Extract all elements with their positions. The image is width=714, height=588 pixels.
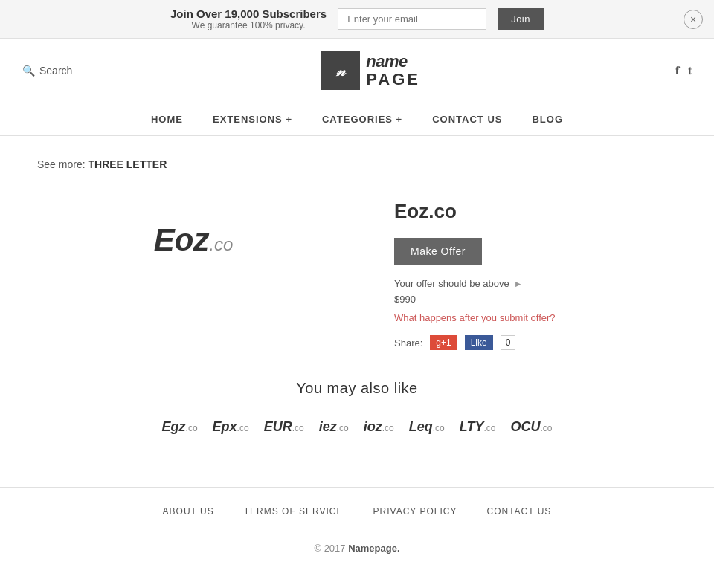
nav-home[interactable]: HOME bbox=[151, 114, 183, 125]
footer-copyright: © 2017 Namepage. bbox=[0, 535, 714, 576]
logo-text: name PAGE bbox=[360, 50, 426, 91]
similar-leq[interactable]: Leq.co bbox=[409, 419, 445, 435]
arrow-icon: ► bbox=[514, 279, 523, 289]
domain-logo-text: Eoz.co bbox=[154, 222, 234, 258]
similar-lty[interactable]: LTY.co bbox=[460, 419, 496, 435]
logo[interactable]: 𝓃 name PAGE bbox=[321, 50, 426, 91]
logo-icon-box: 𝓃 bbox=[321, 51, 360, 90]
header: 🔍 Search 𝓃 name PAGE 𝐟 𝐭 bbox=[0, 39, 714, 103]
gplus-button[interactable]: g+1 bbox=[430, 335, 457, 350]
copyright-year: © 2017 bbox=[314, 543, 345, 554]
search-icon: 🔍 bbox=[22, 65, 35, 77]
nav-blog[interactable]: BLOG bbox=[532, 114, 563, 125]
logo-icon: 𝓃 bbox=[336, 62, 345, 80]
logo-page: PAGE bbox=[366, 71, 420, 88]
share-label: Share: bbox=[394, 337, 422, 349]
search-area[interactable]: 🔍 Search bbox=[22, 65, 72, 77]
social-links: 𝐟 𝐭 bbox=[675, 64, 692, 77]
footer-links: ABOUT US TERMS OF SERVICE PRIVACY POLICY… bbox=[0, 487, 714, 535]
similar-ocu[interactable]: OCU.co bbox=[510, 419, 552, 435]
footer-contact[interactable]: CONTACT US bbox=[486, 506, 551, 517]
top-bar-subtitle: We guarantee 100% privacy. bbox=[170, 20, 327, 30]
top-bar-title: Join Over 19,000 Subscribers bbox=[170, 7, 327, 20]
top-bar: Join Over 19,000 Subscribers We guarante… bbox=[0, 0, 714, 39]
footer-privacy[interactable]: PRIVACY POLICY bbox=[373, 506, 457, 517]
join-button[interactable]: Join bbox=[498, 8, 544, 30]
nav-contact[interactable]: CONTACT US bbox=[432, 114, 502, 125]
similar-ioz[interactable]: ioz.co bbox=[364, 419, 394, 435]
footer-terms[interactable]: TERMS OF SERVICE bbox=[244, 506, 344, 517]
main-content: See more: THREE LETTER Eoz.co Eoz.co Mak… bbox=[22, 136, 692, 457]
similar-section: You may also like Egz.co Epx.co EUR.co i… bbox=[37, 380, 677, 435]
brand-link[interactable]: Namepage. bbox=[348, 543, 399, 554]
domain-title: Eoz.co bbox=[394, 200, 677, 223]
make-offer-button[interactable]: Make Offer bbox=[394, 238, 482, 265]
similar-title: You may also like bbox=[37, 380, 677, 397]
similar-grid: Egz.co Epx.co EUR.co iez.co ioz.co Leq.c… bbox=[37, 419, 677, 435]
fb-count: 0 bbox=[501, 335, 516, 350]
domain-tld-display: .co bbox=[209, 234, 233, 254]
domain-logo-display: Eoz.co bbox=[37, 193, 350, 288]
top-bar-text: Join Over 19,000 Subscribers We guarante… bbox=[170, 7, 327, 30]
twitter-icon[interactable]: 𝐭 bbox=[688, 64, 692, 77]
offer-amount: $990 bbox=[394, 294, 677, 305]
share-row: Share: g+1 Like 0 bbox=[394, 335, 677, 350]
email-input[interactable] bbox=[338, 8, 486, 30]
similar-epx[interactable]: Epx.co bbox=[213, 419, 249, 435]
offer-info: Your offer should be above ► bbox=[394, 278, 677, 289]
facebook-icon[interactable]: 𝐟 bbox=[675, 64, 679, 77]
close-button[interactable]: × bbox=[684, 10, 703, 29]
logo-name: name bbox=[366, 53, 420, 71]
nav-categories[interactable]: CATEGORIES + bbox=[322, 114, 402, 125]
offer-link[interactable]: What happens after you submit offer? bbox=[394, 312, 677, 323]
facebook-like-button[interactable]: Like bbox=[465, 335, 493, 350]
breadcrumb: See more: THREE LETTER bbox=[37, 158, 677, 170]
top-bar-content: Join Over 19,000 Subscribers We guarante… bbox=[170, 7, 544, 30]
breadcrumb-prefix: See more: bbox=[37, 158, 86, 170]
similar-iez[interactable]: iez.co bbox=[319, 419, 349, 435]
search-label: Search bbox=[39, 65, 72, 77]
domain-name-display: Eoz bbox=[154, 222, 210, 257]
domain-info: Eoz.co Make Offer Your offer should be a… bbox=[394, 193, 677, 350]
nav-extensions[interactable]: EXTENSIONS + bbox=[213, 114, 292, 125]
similar-eur[interactable]: EUR.co bbox=[264, 419, 304, 435]
footer-about[interactable]: ABOUT US bbox=[163, 506, 214, 517]
breadcrumb-link[interactable]: THREE LETTER bbox=[88, 158, 167, 170]
domain-section: Eoz.co Eoz.co Make Offer Your offer shou… bbox=[37, 193, 677, 350]
similar-egz[interactable]: Egz.co bbox=[162, 419, 198, 435]
main-nav: HOME EXTENSIONS + CATEGORIES + CONTACT U… bbox=[0, 103, 714, 136]
